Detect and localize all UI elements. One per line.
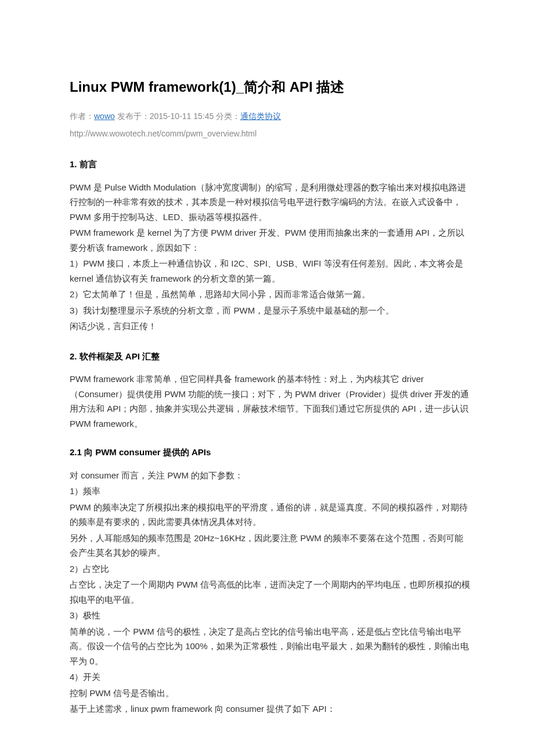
body-text: 3）极性 xyxy=(70,608,470,623)
article-meta: 作者：wowo 发布于：2015-10-11 15:45 分类：通信类协议 xyxy=(70,110,470,124)
body-text: 对 consumer 而言，关注 PWM 的如下参数： xyxy=(70,468,470,483)
body-text: 占空比，决定了一个周期内 PWM 信号高低的比率，进而决定了一个周期内的平均电压… xyxy=(70,577,470,607)
section-2-heading: 2. 软件框架及 API 汇整 xyxy=(70,349,470,364)
section-2-1-heading: 2.1 向 PWM consumer 提供的 APIs xyxy=(70,445,470,460)
category-link[interactable]: 通信类协议 xyxy=(240,111,281,121)
body-text: 1）PWM 接口，本质上一种通信协议，和 I2C、SPI、USB、WIFI 等没… xyxy=(70,256,470,286)
body-text: 1）频率 xyxy=(70,484,470,499)
publish-time: 2015-10-11 15:45 xyxy=(150,111,214,121)
publish-label: 发布于： xyxy=(115,111,150,121)
section-1-heading: 1. 前言 xyxy=(70,157,470,172)
body-text: PWM 是 Pulse Width Modulation（脉冲宽度调制）的缩写，… xyxy=(70,180,470,225)
author-label: 作者： xyxy=(70,111,94,121)
body-text: PWM 的频率决定了所模拟出来的模拟电平的平滑度，通俗的讲，就是逼真度。不同的模… xyxy=(70,500,470,530)
article-url: http://www.wowotech.net/comm/pwm_overvie… xyxy=(70,127,470,141)
body-text: 基于上述需求，linux pwm framework 向 consumer 提供… xyxy=(70,701,470,717)
category-label: 分类： xyxy=(214,111,240,121)
body-text: 另外，人耳能感知的频率范围是 20Hz~16KHz，因此要注意 PWM 的频率不… xyxy=(70,531,470,560)
body-text: 2）它太简单了！但是，虽然简单，思路却大同小异，因而非常适合做第一篇。 xyxy=(70,287,470,302)
article-title: Linux PWM framework(1)_简介和 API 描述 xyxy=(70,75,470,99)
body-text: 控制 PWM 信号是否输出。 xyxy=(70,686,470,701)
body-text: 2）占空比 xyxy=(70,561,470,577)
body-text: 闲话少说，言归正传！ xyxy=(70,319,470,334)
body-text: 简单的说，一个 PWM 信号的极性，决定了是高占空比的信号输出电平高，还是低占空… xyxy=(70,624,470,669)
body-text: PWM framework 非常简单，但它同样具备 framework 的基本特… xyxy=(70,372,470,431)
body-text: 4）开关 xyxy=(70,669,470,685)
body-text: PWM framework 是 kernel 为了方便 PWM driver 开… xyxy=(70,225,470,255)
author-link[interactable]: wowo xyxy=(94,111,115,121)
body-text: 3）我计划整理显示子系统的分析文章，而 PWM，是显示子系统中最基础的那一个。 xyxy=(70,303,470,318)
